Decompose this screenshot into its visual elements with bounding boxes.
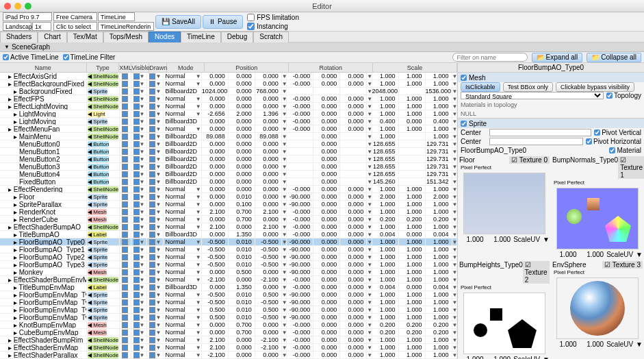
table-row[interactable]: ▸ EffectFPS◀ ShellNode▼▼Normal▼0.0000.00… xyxy=(0,95,457,103)
table-row[interactable]: ▸ KnotBumpEnvMap◀ Mesh▼▼Normal▼0.0000.70… xyxy=(0,321,457,329)
tab-timeline[interactable]: TimeLine xyxy=(181,32,221,42)
inspector-panel: FloorBumpAO_Type0 Mesh IsClickable Test … xyxy=(458,63,644,359)
pause-icon: ⏸ xyxy=(209,18,216,25)
table-row[interactable]: MenuButton1◀ Button▼▼Billboard2D▼0.0000.… xyxy=(0,148,457,156)
texture-slot-3: EnvSphere☑ Texture 3Pixel Perfect1.0001.… xyxy=(551,260,644,359)
table-row[interactable]: ▸ BackgroundFixed◀ Sprite▼▼Billboard2D▼1… xyxy=(0,88,457,95)
timeline-filter-checkbox[interactable]: TimeLine Filter xyxy=(63,53,116,61)
table-row[interactable]: ▸ TitleBumpEnvMap◀ Label▼▼Billboard3D▼0.… xyxy=(0,284,457,291)
table-row[interactable]: ▸ FloorBumpAO_Type0◀ Sprite▼▼Normal▼-0.5… xyxy=(0,238,457,246)
camera-select[interactable]: Free Camera xyxy=(53,12,97,21)
instancing-checkbox[interactable]: Instancing xyxy=(247,23,299,30)
texture-tab-2[interactable]: ☑ Texture 2 xyxy=(523,261,550,284)
texture-slot-2: BumpHeights_Type0☑ Texture 2Pixel Perfec… xyxy=(458,260,551,359)
texture-tab-3[interactable]: ☑ Texture 3 xyxy=(602,261,643,269)
table-row[interactable]: ▸ LightMoving◀ Light▼▼Normal▼-2.6562.000… xyxy=(0,110,457,118)
tab-tops/mesh[interactable]: Tops/Mesh xyxy=(103,32,149,42)
texture-tab-0[interactable]: ☑ Texture 0 xyxy=(509,156,550,164)
mat-topology-label: Materials in topology xyxy=(458,100,644,109)
table-header: Name Type XML Visible Drawn Mode Positio… xyxy=(0,63,457,73)
fps-checkbox[interactable]: FPS limitation xyxy=(247,14,299,21)
scale-select[interactable]: 1x xyxy=(32,22,51,31)
topology-checkbox[interactable]: Topology xyxy=(606,92,641,99)
table-row[interactable]: FixedButton◀ Button▼▼Billboard2D▼0.0000.… xyxy=(0,178,457,186)
texture-slot-1: BumpNormals_Type0☑ Texture 1Pixel Perfec… xyxy=(551,155,644,260)
table-row[interactable]: ▸ TitleBumpAO◀ Label▼▼Billboard3D▼0.0001… xyxy=(0,231,457,238)
null-label: NULL xyxy=(458,109,644,118)
table-row[interactable]: ▸ MainMenu◀ ShellNode▼▼Billboard2D▼89.08… xyxy=(0,133,457,140)
table-row[interactable]: ▸ FloorBumpAO_Type3◀ Sprite▼▼Normal▼-0.5… xyxy=(0,261,457,269)
texture-tab-1[interactable]: ☑ Texture 1 xyxy=(618,156,644,179)
table-row[interactable]: ▸ FloorBumpEnvMap_Type1◀ Sprite▼▼Normal▼… xyxy=(0,299,457,306)
table-row[interactable]: ▸ EffectAxisGrid◀ ShellNode▼▼Normal▼0.00… xyxy=(0,73,457,80)
saveall-button[interactable]: 💾SaveAll xyxy=(155,15,201,29)
close-icon[interactable] xyxy=(4,3,11,10)
center-v-input[interactable] xyxy=(489,129,591,136)
tab-nodes[interactable]: Nodes xyxy=(149,32,181,42)
table-row[interactable]: ▸ Floor◀ Sprite▼▼Normal▼0.0000.0100.000▼… xyxy=(0,193,457,201)
table-row[interactable]: ▸ RenderKnot◀ Mesh▼▼Normal▼2.1000.7002.1… xyxy=(0,208,457,216)
timeline-label[interactable]: TimeLine xyxy=(98,12,135,21)
pause-button[interactable]: ⏸Pause xyxy=(203,15,243,29)
scenegraph-header: ▼SceneGraph xyxy=(0,42,644,52)
table-row[interactable]: ▸ EffectShaderBumpAO◀ ShellNode▼▼Normal▼… xyxy=(0,223,457,231)
texture-preview-3[interactable] xyxy=(556,277,639,339)
filter-input[interactable] xyxy=(452,53,528,62)
table-row[interactable]: ▸ FloorBumpEnvMap_Type3◀ Sprite▼▼Normal▼… xyxy=(0,314,457,321)
window-titlebar: Editor xyxy=(0,0,644,12)
timeline-render-select[interactable]: TimeLineRenderin xyxy=(98,22,154,31)
chevron-down-icon: ▼ xyxy=(4,44,10,50)
tab-bar: ShadersChartTex/MatTops/MeshNodesTimeLin… xyxy=(0,32,644,42)
texture-preview-2[interactable] xyxy=(463,293,545,354)
active-timeline-checkbox[interactable]: Active TimeLine xyxy=(3,53,59,61)
orientation-select[interactable]: Landscape xyxy=(3,22,31,31)
table-row[interactable]: ▸ EffectRendering◀ ShellNode▼▼Normal▼0.0… xyxy=(0,186,457,193)
table-row[interactable]: ▸ EffectShaderBumpRim◀ ShellNode▼▼Normal… xyxy=(0,336,457,344)
tab-tex/mat[interactable]: Tex/Mat xyxy=(67,32,103,42)
table-row[interactable]: MenuButton3◀ Button▼▼Billboard2D▼0.0000.… xyxy=(0,163,457,171)
table-row[interactable]: ▸ EffectShaderBumpEnvMap◀ ShellNode▼▼Nor… xyxy=(0,276,457,284)
material-select[interactable]: Standard Square xyxy=(461,92,604,99)
table-row[interactable]: ▸ LightMoving◀ Sprite▼▼Billboard3D▼0.000… xyxy=(0,118,457,125)
zoom-icon[interactable] xyxy=(25,3,31,10)
table-row[interactable]: ▸ FloorBumpEnvMap_Type2◀ Sprite▼▼Normal▼… xyxy=(0,306,457,314)
table-row[interactable]: ▸ EffectMenuFan◀ ShellNode▼▼Normal▼0.000… xyxy=(0,125,457,133)
table-row[interactable]: MenuButton2◀ Button▼▼Billboard2D▼0.0000.… xyxy=(0,156,457,163)
minimize-icon[interactable] xyxy=(14,3,21,10)
center-h-input[interactable] xyxy=(489,138,583,145)
collapse-all-button[interactable]: 📁Collapse all xyxy=(587,53,641,62)
table-row[interactable]: ▸ FloorBumpAO_Type2◀ Sprite▼▼Normal▼-0.5… xyxy=(0,253,457,261)
click-select[interactable]: Clic to select xyxy=(53,22,97,31)
tab-debug[interactable]: Debug xyxy=(221,32,253,42)
table-row[interactable]: ▸ Monkey◀ Mesh▼▼Normal▼0.0000.5000.000▼-… xyxy=(0,269,457,276)
isclickable-button[interactable]: IsClickable xyxy=(461,82,500,92)
table-row[interactable]: ▸ FloorBumpEnvMap_Type0◀ Sprite▼▼Normal▼… xyxy=(0,291,457,299)
sprite-section-header[interactable]: Sprite xyxy=(458,119,644,128)
table-row[interactable]: ▸ SpriteParallax◀ Sprite▼▼Normal▼0.0000.… xyxy=(0,201,457,208)
table-row[interactable]: MenuButton4◀ Button▼▼Billboard2D▼0.0000.… xyxy=(0,171,457,178)
texture-preview-0[interactable] xyxy=(463,173,545,234)
tab-chart[interactable]: Chart xyxy=(38,32,66,42)
tab-scratch[interactable]: Scratch xyxy=(253,32,289,42)
texture-preview-1[interactable] xyxy=(556,188,639,249)
device-select[interactable]: iPad Pro 9.7 xyxy=(3,12,52,21)
table-row[interactable]: ▸ EffectLightMoving◀ ShellNode▼▼Normal▼0… xyxy=(0,103,457,110)
table-row[interactable]: ▸ FloorBumpAO_Type1◀ Sprite▼▼Normal▼-0.5… xyxy=(0,246,457,253)
table-row[interactable]: MenuButton0◀ Button▼▼Billboard2D▼0.0000.… xyxy=(0,140,457,148)
table-row[interactable]: ▸ EffectShaderParallax◀ ShellNode▼▼Norma… xyxy=(0,351,457,359)
scenegraph-tree[interactable]: Name Type XML Visible Drawn Mode Positio… xyxy=(0,63,458,359)
mesh-section-header[interactable]: Mesh xyxy=(458,73,644,82)
testbbox-button[interactable]: Test BBox only xyxy=(503,82,554,92)
folder-icon: 📁 xyxy=(591,53,600,61)
bypass-button[interactable]: Clickable bypass visibility xyxy=(556,82,634,92)
table-row[interactable]: ▸ EffectShaderEnvMap◀ ShellNode▼▼Normal▼… xyxy=(0,344,457,351)
expand-all-button[interactable]: 📂Expand all xyxy=(532,53,583,62)
window-title: Editor xyxy=(312,2,332,10)
table-row[interactable]: ▸ CubeBumpEnvMap◀ Mesh▼▼Normal▼0.0000.70… xyxy=(0,329,457,336)
table-row[interactable]: ▸ EffectBackgroundFixed◀ ShellNode▼▼Norm… xyxy=(0,80,457,88)
tab-shaders[interactable]: Shaders xyxy=(0,32,38,42)
scenegraph-tools: Active TimeLine TimeLine Filter 📂Expand … xyxy=(0,52,644,63)
table-row[interactable]: ▸ RenderCube◀ Mesh▼▼Normal▼0.0000.7000.0… xyxy=(0,216,457,223)
save-icon: 💾 xyxy=(162,18,170,25)
inspector-title: FloorBumpAO_Type0 xyxy=(458,63,644,73)
